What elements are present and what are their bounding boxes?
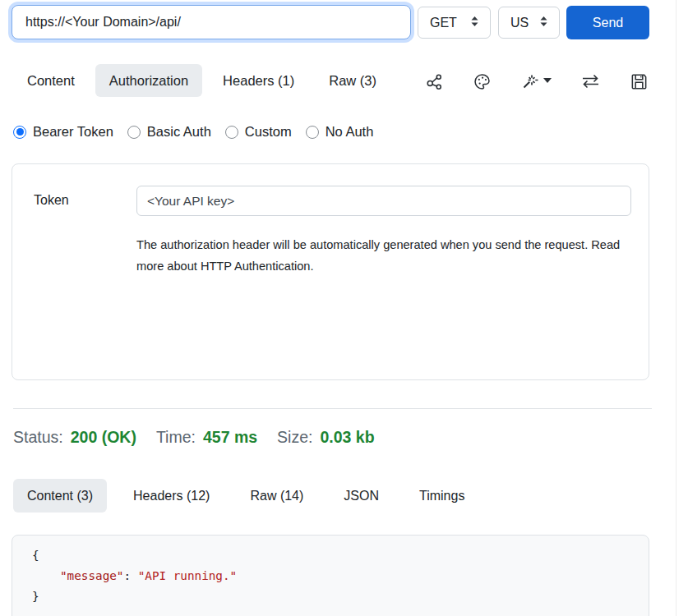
radio-selected-icon	[13, 126, 26, 139]
request-toolbar	[425, 67, 649, 96]
radio-custom[interactable]: Custom	[225, 124, 292, 140]
status-label: Status:	[13, 428, 63, 447]
updown-caret-icon	[538, 16, 549, 30]
json-message-line: "message": "API running."	[32, 566, 649, 586]
updown-caret-icon	[469, 16, 480, 30]
auth-type-options: Bearer Token Basic Auth Custom No Auth	[13, 124, 373, 140]
region-select-value: US	[510, 16, 529, 30]
radio-bearer-token[interactable]: Bearer Token	[13, 124, 113, 140]
radio-basic-auth[interactable]: Basic Auth	[127, 124, 211, 140]
tab-response-json[interactable]: JSON	[330, 479, 393, 513]
region-select[interactable]: US	[498, 7, 560, 39]
radio-label: Custom	[245, 124, 292, 140]
json-value: "API running."	[138, 569, 238, 582]
dropdown-caret-icon	[543, 78, 552, 85]
magic-wand-icon[interactable]	[520, 71, 552, 91]
token-helper-text: The authorization header will be automat…	[136, 235, 623, 277]
send-button[interactable]: Send	[566, 6, 649, 39]
response-status-bar: Status: 200 (OK) Time: 457 ms Size: 0.03…	[13, 428, 375, 447]
tab-response-raw[interactable]: Raw (14)	[236, 479, 317, 513]
radio-label: Bearer Token	[33, 124, 113, 140]
bearer-token-panel: Token The authorization header will be a…	[12, 163, 649, 380]
section-divider	[13, 408, 652, 409]
url-input[interactable]	[12, 5, 411, 39]
tab-headers[interactable]: Headers (1)	[209, 64, 308, 97]
response-tabs: Content (3) Headers (12) Raw (14) JSON T…	[13, 479, 478, 513]
tab-authorization[interactable]: Authorization	[95, 64, 202, 97]
tab-content[interactable]: Content	[13, 64, 89, 97]
size-label: Size:	[277, 428, 312, 447]
json-close-brace: }	[32, 586, 649, 607]
radio-label: No Auth	[326, 124, 374, 140]
size-value: 0.03 kb	[320, 428, 374, 447]
response-body-viewer[interactable]: { "message": "API running." }	[12, 535, 649, 616]
save-icon[interactable]	[630, 72, 649, 91]
radio-label: Basic Auth	[147, 124, 211, 140]
json-separator: :	[123, 569, 137, 582]
time-value: 457 ms	[203, 428, 257, 447]
token-input[interactable]	[136, 186, 631, 216]
request-tabs: Content Authorization Headers (1) Raw (3…	[13, 64, 390, 97]
tab-response-headers[interactable]: Headers (12)	[119, 479, 224, 513]
time-label: Time:	[156, 428, 196, 447]
method-select[interactable]: GET	[418, 7, 491, 39]
token-label: Token	[34, 193, 69, 208]
tab-raw[interactable]: Raw (3)	[315, 64, 390, 97]
status-value: 200 (OK)	[71, 428, 136, 447]
radio-icon	[127, 126, 141, 139]
api-tester-page: GET US Send Content Authorization Header…	[0, 0, 688, 616]
swap-arrows-icon[interactable]	[580, 72, 601, 90]
palette-icon[interactable]	[473, 72, 492, 91]
tab-response-content[interactable]: Content (3)	[13, 479, 107, 513]
method-select-value: GET	[430, 16, 457, 30]
radio-no-auth[interactable]: No Auth	[306, 124, 374, 140]
radio-icon	[306, 126, 319, 139]
share-icon[interactable]	[425, 72, 444, 91]
radio-icon	[225, 126, 238, 139]
json-open-brace: {	[32, 545, 649, 566]
tab-response-timings[interactable]: Timings	[405, 479, 478, 513]
json-key: "message"	[60, 569, 123, 582]
page-scroll-track[interactable]	[676, 0, 676, 616]
